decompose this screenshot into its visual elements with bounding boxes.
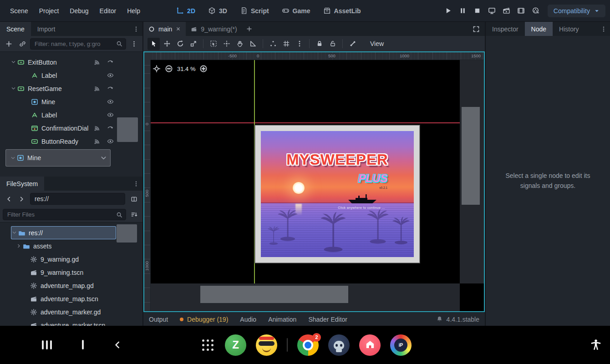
- rotate-tool-button[interactable]: [174, 38, 186, 50]
- file-item-assets[interactable]: assets: [11, 239, 116, 253]
- close-icon-wrap[interactable]: [176, 26, 181, 31]
- collapse-arrow[interactable]: [10, 155, 16, 161]
- filesystem-dock-menu-button[interactable]: [130, 177, 142, 191]
- accessibility-button[interactable]: [589, 338, 603, 352]
- menu-help[interactable]: Help: [122, 5, 146, 17]
- file-item-9-warning-tscn[interactable]: 9_warning.tscn: [11, 266, 116, 279]
- toggle-split-mode-button[interactable]: [128, 193, 140, 205]
- menu-editor[interactable]: Editor: [94, 5, 122, 17]
- recents-button[interactable]: [40, 339, 54, 351]
- signal-button[interactable]: [94, 85, 101, 92]
- workspace-game[interactable]: Game: [276, 5, 316, 17]
- app-skull-app[interactable]: [328, 334, 350, 356]
- workspace-3d[interactable]: 3D: [203, 5, 233, 17]
- scene-node-label[interactable]: Label: [0, 69, 142, 82]
- workspace-2d[interactable]: 2D: [171, 5, 201, 17]
- pivot-tool-button[interactable]: [220, 38, 233, 50]
- signal-button[interactable]: [94, 125, 101, 132]
- unlock-group-tool-button[interactable]: [326, 38, 339, 50]
- signal-button[interactable]: [94, 59, 101, 66]
- menu-scene[interactable]: Scene: [5, 5, 34, 17]
- collapse-arrow[interactable]: [10, 86, 16, 92]
- file-item-9-warning-gd[interactable]: 9_warning.gd: [11, 253, 116, 266]
- menu-project[interactable]: Project: [34, 5, 65, 17]
- pause-button[interactable]: [456, 4, 469, 17]
- file-tree-scrollbar[interactable]: [117, 224, 137, 243]
- scene-dock-menu-button[interactable]: [128, 38, 140, 50]
- move-tool-button[interactable]: [161, 38, 173, 50]
- scene-filter-input[interactable]: [35, 40, 116, 47]
- bottom-tab-output[interactable]: Output: [149, 316, 168, 323]
- zoom-out-button[interactable]: [165, 65, 173, 73]
- file-item-adventure-marker-tscn[interactable]: adventure_marker.tscn: [11, 318, 116, 326]
- grid-tool-button[interactable]: [280, 38, 292, 50]
- file-sort-button[interactable]: [128, 209, 140, 221]
- bottom-tab-debugger-19[interactable]: Debugger (19): [180, 316, 228, 323]
- ruler-tool-button[interactable]: [247, 38, 259, 50]
- home-button[interactable]: [82, 341, 84, 349]
- stop-button[interactable]: [471, 4, 484, 17]
- app-gallery-app[interactable]: iP: [390, 334, 412, 356]
- eye-button[interactable]: [107, 72, 114, 79]
- reel-button[interactable]: [529, 4, 542, 17]
- lock-tool-button[interactable]: [313, 38, 325, 50]
- history-forward-button[interactable]: [15, 193, 27, 205]
- pan-tool-button[interactable]: [234, 38, 246, 50]
- list-select-tool-button[interactable]: [207, 38, 219, 50]
- bottom-tab-animation[interactable]: Animation: [268, 316, 296, 323]
- bottom-tab-shader-editor[interactable]: Shader Editor: [308, 316, 347, 323]
- dots-v-tool-button[interactable]: [293, 38, 305, 50]
- menu-debug[interactable]: Debug: [64, 5, 94, 17]
- tab-import[interactable]: Import: [31, 22, 62, 36]
- zoom-in-button[interactable]: [199, 65, 208, 73]
- workspace-assetlib[interactable]: AssetLib: [318, 5, 366, 17]
- tab-scene[interactable]: Scene: [0, 22, 31, 36]
- collapse-arrow[interactable]: [11, 230, 17, 236]
- clapper-play-button[interactable]: [500, 4, 513, 17]
- app-emoji-app[interactable]: [256, 334, 277, 356]
- select-arrow-tool-button[interactable]: [147, 38, 160, 50]
- eye-button[interactable]: [107, 98, 114, 106]
- file-item-adventure-map-tscn[interactable]: adventure_map.tscn: [11, 292, 116, 305]
- canvas-hscrollbar[interactable]: [200, 286, 348, 303]
- tab-inspector[interactable]: Inspector: [486, 22, 525, 36]
- bone-tool-button[interactable]: [346, 38, 359, 50]
- file-item-adventure-marker-gd[interactable]: adventure_marker.gd: [11, 305, 116, 318]
- 2d-canvas[interactable]: MYSWEEPER PLUS v0.2.1 Click anywhere to …: [143, 51, 485, 312]
- scene-node-exitbutton[interactable]: ExitButton: [0, 56, 142, 69]
- notifications-button[interactable]: [436, 316, 443, 323]
- scene-node-resetgame[interactable]: ResetGame: [0, 82, 142, 95]
- canvas-vscrollbar[interactable]: [462, 107, 480, 205]
- file-item-res[interactable]: res://: [11, 226, 116, 239]
- scale-tool-button[interactable]: [187, 38, 199, 50]
- distraction-free-button[interactable]: [468, 22, 485, 36]
- instance-button[interactable]: [107, 85, 114, 92]
- instance-button[interactable]: [107, 59, 114, 66]
- scene-node-mine[interactable]: Mine: [0, 95, 142, 108]
- chev-down-button[interactable]: [100, 154, 107, 162]
- app-zarchiver[interactable]: Z: [225, 334, 246, 356]
- back-button[interactable]: [112, 339, 123, 350]
- bottom-tab-audio[interactable]: Audio: [240, 316, 256, 323]
- scene-tree-scrollbar[interactable]: [117, 117, 138, 142]
- eye-button[interactable]: [107, 138, 114, 145]
- center-view-button[interactable]: [152, 65, 161, 73]
- collapse-arrow[interactable]: [10, 59, 16, 66]
- tab-menu-button[interactable]: [597, 22, 610, 36]
- view-menu-button[interactable]: View: [365, 38, 389, 49]
- eye-button[interactable]: [107, 111, 114, 119]
- monitor-button[interactable]: [485, 4, 498, 17]
- tab-menu-button[interactable]: [130, 22, 142, 36]
- scene-node-mine[interactable]: Mine: [5, 149, 111, 167]
- tab-filesystem[interactable]: FileSystem: [0, 177, 44, 191]
- filesystem-path-input[interactable]: [30, 193, 125, 205]
- tab-node[interactable]: Node: [525, 22, 553, 36]
- renderer-select[interactable]: Compatibility: [548, 5, 605, 17]
- collapse-arrow[interactable]: [15, 243, 22, 249]
- app-drawer-button[interactable]: [200, 338, 215, 353]
- zoom-level[interactable]: 31.4 %: [177, 66, 195, 72]
- scene-tab-main[interactable]: main: [143, 22, 186, 36]
- history-back-button[interactable]: [3, 193, 15, 205]
- new-scene-tab-button[interactable]: [242, 22, 257, 36]
- add-node-button[interactable]: [3, 38, 15, 50]
